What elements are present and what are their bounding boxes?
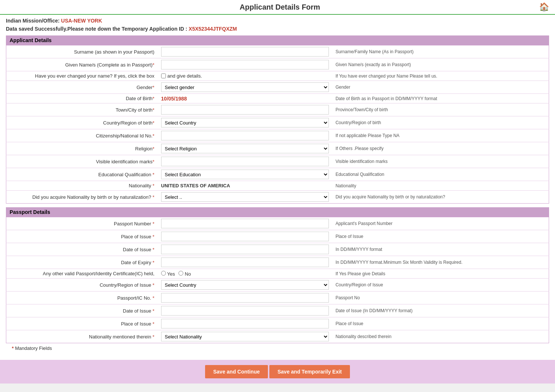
towncity-label: Town/City of birth*	[6, 103, 158, 116]
table-row: Surname (as shown in your Passport) Surn…	[6, 45, 549, 58]
home-icon[interactable]: 🏠	[539, 2, 549, 12]
table-row: Date of Issue * In DD/MM/YYYY format	[6, 243, 549, 256]
mission-value: USA-NEW YORK	[61, 18, 102, 24]
date-expiry-input[interactable]	[161, 258, 329, 267]
no-radio-label[interactable]: No	[178, 271, 191, 277]
dob-value-cell: 10/05/1988	[158, 94, 332, 103]
country-birth-label: Country/Region of birth*	[6, 116, 158, 129]
save-exit-button[interactable]: Save and Temporarily Exit	[269, 365, 350, 378]
religion-select[interactable]: Select Religion	[161, 144, 329, 153]
gender-input-cell: Select gender Male Female Other	[158, 81, 332, 94]
nationality-therein-select[interactable]: Select Nationality	[161, 332, 329, 341]
save-continue-button[interactable]: Save and Continue	[205, 365, 268, 378]
table-row: Town/City of birth* Province/Town/City o…	[6, 103, 549, 116]
applicant-section-header: Applicant Details	[6, 35, 549, 45]
vis-marks-label: Visible identification marks*	[6, 155, 158, 168]
nationality-value-cell: UNITED STATES OF AMERICA	[158, 181, 332, 191]
gender-label: Gender*	[6, 81, 158, 94]
table-row: Have you ever changed your name? If yes,…	[6, 71, 549, 81]
citizenship-input-cell	[158, 129, 332, 142]
other-passport-input-cell: Yes No	[158, 269, 332, 279]
acquire-nationality-select[interactable]: Select .. By Birth By Naturalization	[161, 192, 329, 202]
surname-help: Surname/Family Name (As in Passport)	[332, 45, 549, 58]
date-issue-ic-label: Date of Issue *	[6, 304, 158, 317]
yes-radio[interactable]	[161, 271, 166, 276]
education-select[interactable]: Select Education	[161, 170, 329, 179]
date-issue-ic-help: Date of Issue (In DD/MM/YYYY format)	[332, 304, 549, 317]
citizenship-help: If not applicable Please Type NA	[332, 129, 549, 142]
country-issue-input-cell: Select Country	[158, 279, 332, 292]
namechange-input-cell: and give details.	[158, 71, 332, 81]
table-row: Citizenship/National Id No.* If not appl…	[6, 129, 549, 142]
acquire-nationality-label: Did you acquire Nationality by birth or …	[6, 191, 158, 204]
table-row: Nationality mentioned therein * Select N…	[6, 330, 549, 343]
yes-radio-label[interactable]: Yes	[161, 271, 175, 277]
place-issue-input[interactable]	[161, 232, 329, 241]
table-row: Given Name/s (Complete as in Passport)* …	[6, 58, 549, 71]
table-row: Religion* Select Religion If Others .Ple…	[6, 142, 549, 155]
table-row: Nationality * UNITED STATES OF AMERICA N…	[6, 181, 549, 191]
country-birth-input-cell: Select Country	[158, 116, 332, 129]
place-issue-label: Place of Issue *	[6, 230, 158, 243]
nationality-label: Nationality *	[6, 181, 158, 191]
surname-label: Surname (as shown in your Passport)	[6, 45, 158, 58]
givenname-label: Given Name/s (Complete as in Passport)*	[6, 58, 158, 71]
applicant-form-table: Surname (as shown in your Passport) Surn…	[6, 45, 549, 204]
namechange-label: Have you ever changed your name? If yes,…	[6, 71, 158, 81]
page-wrapper: Applicant Details Form 🏠 Indian Mission/…	[0, 0, 555, 384]
givenname-help: Given Name/s (exactly as in Passport)	[332, 58, 549, 71]
table-row: Did you acquire Nationality by birth or …	[6, 191, 549, 204]
namechange-checkbox-label: and give details.	[167, 73, 202, 79]
passport-number-input[interactable]	[161, 219, 329, 228]
surname-input-cell	[158, 45, 332, 58]
table-row: Place of Issue * Place of Issue	[6, 317, 549, 330]
table-row: Place of Issue * Place of Issue	[6, 230, 549, 243]
mandatory-text: Mandatory Fields	[15, 345, 52, 351]
nationality-therein-help: Nationality described therein	[332, 330, 549, 343]
date-issue-label: Date of Issue *	[6, 243, 158, 256]
surname-input[interactable]	[161, 47, 329, 57]
country-issue-label: Country/Region of Issue *	[6, 279, 158, 292]
country-birth-help: Country/Region of birth	[332, 116, 549, 129]
date-expiry-label: Date of Expiry *	[6, 256, 158, 269]
place-issue-ic-help: Place of Issue	[332, 317, 549, 330]
footer-bar: Save and Continue Save and Temporarily E…	[0, 360, 555, 384]
app-id: X5X52344JTFQXZM	[189, 26, 237, 32]
table-row: Date of Expiry * In DD/MM/YYYY format.Mi…	[6, 256, 549, 269]
place-issue-input-cell	[158, 230, 332, 243]
date-issue-input[interactable]	[161, 245, 329, 254]
success-message: Data saved Successfully.Please note down…	[6, 26, 549, 32]
table-row: Educational Qualification * Select Educa…	[6, 168, 549, 181]
mandatory-star: *	[12, 345, 14, 351]
religion-help: If Others .Please specify	[332, 142, 549, 155]
date-issue-help: In DD/MM/YYYY format	[332, 243, 549, 256]
acquire-nationality-help: Did you acquire Nationality by birth or …	[332, 191, 549, 204]
towncity-input[interactable]	[161, 105, 329, 115]
other-passport-help: If Yes Please give Details	[332, 269, 549, 279]
no-radio[interactable]	[178, 271, 183, 276]
country-birth-select[interactable]: Select Country	[161, 118, 329, 127]
vis-marks-help: Visible identification marks	[332, 155, 549, 168]
namechange-checkbox[interactable]	[161, 74, 166, 78]
table-row: Country/Region of birth* Select Country …	[6, 116, 549, 129]
passport-ic-help: Passport No	[332, 292, 549, 304]
table-row: Country/Region of Issue * Select Country…	[6, 279, 549, 292]
gender-select[interactable]: Select gender Male Female Other	[161, 82, 329, 92]
nationality-help: Nationality	[332, 181, 549, 191]
date-issue-ic-input-cell	[158, 304, 332, 317]
citizenship-input[interactable]	[161, 131, 329, 140]
place-issue-ic-input[interactable]	[161, 319, 329, 328]
country-issue-select[interactable]: Select Country	[161, 280, 329, 290]
acquire-nationality-input-cell: Select .. By Birth By Naturalization	[158, 191, 332, 204]
towncity-input-cell	[158, 103, 332, 116]
date-issue-ic-input[interactable]	[161, 306, 329, 316]
passport-ic-input[interactable]	[161, 293, 329, 303]
nationality-therein-input-cell: Select Nationality	[158, 330, 332, 343]
religion-label: Religion*	[6, 142, 158, 155]
table-row: Visible identification marks* Visible id…	[6, 155, 549, 168]
passport-ic-input-cell	[158, 292, 332, 304]
vis-marks-input[interactable]	[161, 157, 329, 166]
passport-form-table: Passport Number * Applicant's Passport N…	[6, 217, 549, 343]
education-help: Educational Qualification	[332, 168, 549, 181]
givenname-input[interactable]	[161, 60, 329, 69]
